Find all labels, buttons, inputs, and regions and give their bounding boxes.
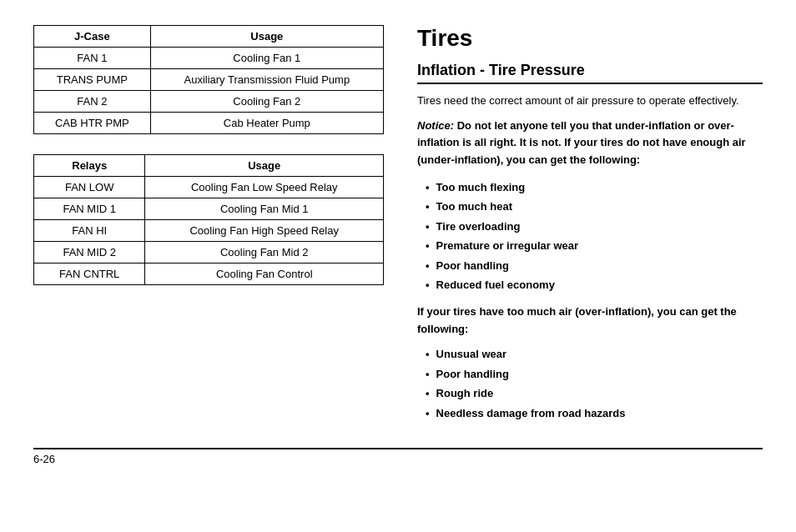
table-cell: CAB HTR PMP bbox=[34, 113, 151, 134]
j-case-table: J-Case Usage FAN 1Cooling Fan 1TRANS PUM… bbox=[33, 25, 384, 134]
table-cell: Cooling Fan High Speed Relay bbox=[145, 220, 384, 242]
page-title: Tires bbox=[417, 25, 763, 52]
table-cell: Auxiliary Transmission Fluid Pump bbox=[150, 69, 383, 91]
list-item: Tire overloading bbox=[426, 218, 763, 235]
over-inflation-intro: If your tires have too much air (over-in… bbox=[417, 304, 763, 339]
table-row: TRANS PUMPAuxiliary Transmission Fluid P… bbox=[34, 69, 384, 91]
table-cell: Cooling Fan 1 bbox=[150, 48, 383, 69]
table-row: FAN LOWCooling Fan Low Speed Relay bbox=[34, 177, 384, 198]
j-case-header: J-Case bbox=[34, 26, 151, 48]
table-cell: TRANS PUMP bbox=[34, 69, 151, 91]
relays-header: Relays bbox=[34, 155, 145, 177]
table-row: FAN MID 1Cooling Fan Mid 1 bbox=[34, 198, 384, 220]
table-cell: Cooling Fan Mid 1 bbox=[145, 198, 384, 220]
list-item: Too much heat bbox=[426, 198, 763, 215]
list-item: Too much flexing bbox=[426, 179, 763, 196]
relays-table: Relays Usage FAN LOWCooling Fan Low Spee… bbox=[33, 154, 384, 285]
notice-body: Do not let anyone tell you that under-in… bbox=[417, 119, 746, 167]
table-cell: FAN CNTRL bbox=[34, 263, 145, 285]
table-cell: FAN MID 2 bbox=[34, 242, 145, 263]
under-inflation-list: Too much flexingToo much heatTire overlo… bbox=[417, 179, 763, 294]
relays-usage-header: Usage bbox=[145, 155, 384, 177]
notice-label: Notice: bbox=[417, 119, 454, 132]
list-item: Reduced fuel economy bbox=[426, 277, 763, 294]
subsection-title: Inflation - Tire Pressure bbox=[417, 62, 763, 84]
list-item: Rough ride bbox=[426, 385, 763, 402]
j-case-usage-header: Usage bbox=[150, 26, 383, 48]
right-column: Tires Inflation - Tire Pressure Tires ne… bbox=[417, 25, 763, 431]
table-cell: Cooling Fan Mid 2 bbox=[145, 242, 384, 263]
table-cell: FAN HI bbox=[34, 220, 145, 242]
table-row: FAN CNTRLCooling Fan Control bbox=[34, 263, 384, 285]
notice-paragraph: Notice: Do not let anyone tell you that … bbox=[417, 118, 763, 169]
list-item: Poor handling bbox=[426, 258, 763, 274]
table-row: FAN HICooling Fan High Speed Relay bbox=[34, 220, 384, 242]
table-cell: Cooling Fan Control bbox=[145, 263, 384, 285]
list-item: Needless damage from road hazards bbox=[426, 405, 763, 422]
table-cell: FAN MID 1 bbox=[34, 198, 145, 220]
list-item: Premature or irregular wear bbox=[426, 238, 763, 254]
table-cell: FAN LOW bbox=[34, 177, 145, 198]
intro-text: Tires need the correct amount of air pre… bbox=[417, 93, 763, 109]
page-number: 6-26 bbox=[33, 453, 55, 465]
table-cell: Cooling Fan Low Speed Relay bbox=[145, 177, 384, 198]
table-cell: FAN 1 bbox=[34, 48, 151, 69]
list-item: Unusual wear bbox=[426, 346, 763, 363]
table-row: FAN MID 2Cooling Fan Mid 2 bbox=[34, 242, 384, 263]
over-inflation-list: Unusual wearPoor handlingRough rideNeedl… bbox=[417, 346, 763, 421]
left-column: J-Case Usage FAN 1Cooling Fan 1TRANS PUM… bbox=[33, 25, 384, 305]
list-item: Poor handling bbox=[426, 366, 763, 383]
table-row: FAN 1Cooling Fan 1 bbox=[34, 48, 384, 69]
table-cell: FAN 2 bbox=[34, 91, 151, 113]
page-footer: 6-26 bbox=[33, 448, 763, 465]
table-row: FAN 2Cooling Fan 2 bbox=[34, 91, 384, 113]
table-cell: Cooling Fan 2 bbox=[150, 91, 383, 113]
table-row: CAB HTR PMPCab Heater Pump bbox=[34, 113, 384, 134]
table-cell: Cab Heater Pump bbox=[150, 113, 383, 134]
